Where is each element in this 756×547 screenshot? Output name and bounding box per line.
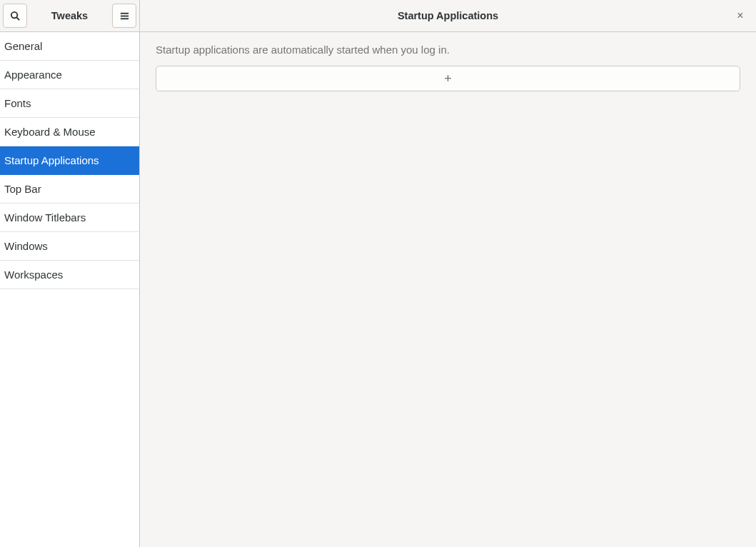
main-content: Startup applications are automatically s… (140, 32, 756, 547)
close-button[interactable]: × (732, 7, 749, 24)
sidebar-item-label: Workspaces (4, 269, 63, 281)
sidebar-header: Tweaks (0, 0, 139, 32)
sidebar-item-keyboard-mouse[interactable]: Keyboard & Mouse (0, 118, 139, 146)
close-icon: × (737, 9, 743, 22)
sidebar-item-label: Appearance (4, 69, 62, 81)
sidebar-item-label: Fonts (4, 97, 31, 109)
hamburger-icon (119, 11, 130, 21)
search-icon (10, 11, 21, 21)
sidebar-item-appearance[interactable]: Appearance (0, 61, 139, 89)
menu-button[interactable] (112, 4, 136, 28)
sidebar-item-label: Window Titlebars (4, 211, 86, 224)
sidebar-item-startup-applications[interactable]: Startup Applications (0, 146, 139, 175)
sidebar-item-top-bar[interactable]: Top Bar (0, 175, 139, 204)
search-button[interactable] (3, 4, 27, 28)
app-title: Tweaks (27, 10, 112, 21)
main-header: Startup Applications × (140, 0, 756, 32)
sidebar-item-label: General (4, 40, 42, 52)
sidebar-item-fonts[interactable]: Fonts (0, 89, 139, 118)
sidebar-list: General Appearance Fonts Keyboard & Mous… (0, 32, 139, 547)
main-panel: Startup Applications × Startup applicati… (140, 0, 756, 547)
svg-line-1 (16, 17, 19, 20)
sidebar-item-label: Keyboard & Mouse (4, 126, 96, 138)
sidebar: Tweaks General Appearance Fonts Keyboard… (0, 0, 140, 547)
sidebar-item-windows[interactable]: Windows (0, 232, 139, 261)
sidebar-item-label: Startup Applications (4, 154, 99, 166)
sidebar-item-label: Top Bar (4, 183, 41, 195)
add-application-button[interactable]: + (156, 66, 740, 91)
description-text: Startup applications are automatically s… (156, 44, 740, 56)
sidebar-item-label: Windows (4, 240, 48, 252)
plus-icon: + (444, 71, 452, 86)
svg-point-0 (11, 11, 16, 17)
sidebar-item-general[interactable]: General (0, 32, 139, 61)
sidebar-item-window-titlebars[interactable]: Window Titlebars (0, 204, 139, 232)
page-title: Startup Applications (146, 10, 750, 21)
sidebar-item-workspaces[interactable]: Workspaces (0, 261, 139, 289)
